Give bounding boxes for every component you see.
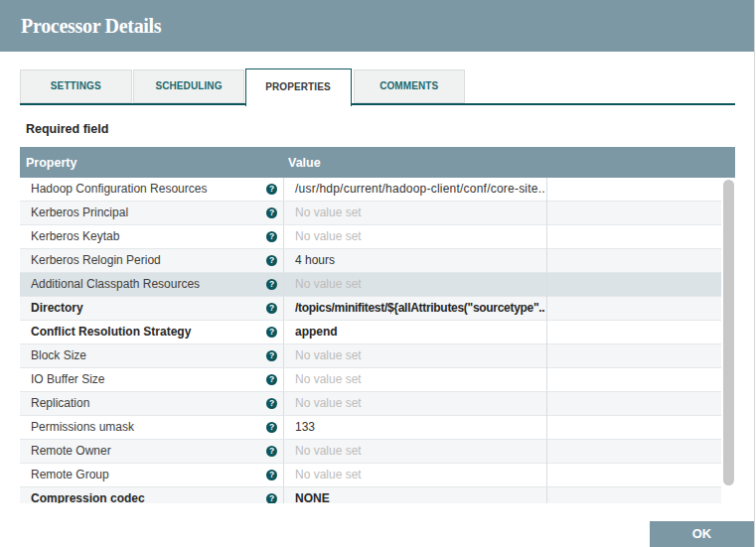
help-icon[interactable]: ? [266, 184, 277, 195]
tab-scheduling[interactable]: SCHEDULING [133, 69, 244, 103]
property-name: Additional Classpath Resources [31, 273, 255, 296]
property-name: Kerberos Principal [31, 202, 255, 224]
help-icon[interactable]: ? [266, 327, 277, 338]
property-value[interactable]: No value set [283, 368, 546, 391]
table-row[interactable]: Replication ? No value set [20, 392, 721, 416]
table-header-row: Property Value [20, 147, 735, 178]
property-name: Remote Owner [31, 440, 255, 463]
help-icon[interactable]: ? [266, 493, 277, 503]
table-row[interactable]: Remote Group ? No value set [20, 464, 721, 487]
property-value[interactable]: 133 [283, 416, 546, 439]
help-icon[interactable]: ? [266, 374, 277, 385]
help-icon[interactable]: ? [266, 207, 277, 218]
property-value[interactable]: 4 hours [283, 249, 546, 272]
table-row[interactable]: Kerberos Relogin Period ? 4 hours [20, 249, 721, 273]
help-icon[interactable]: ? [266, 350, 277, 361]
property-name: Permissions umask [31, 416, 255, 439]
help-icon[interactable]: ? [266, 303, 277, 314]
property-value[interactable]: No value set [283, 344, 546, 367]
dialog-title: Processor Details [21, 0, 161, 52]
row-filler [546, 202, 721, 225]
column-header-value: Value [288, 147, 321, 178]
property-name: Kerberos Keytab [31, 225, 255, 248]
help-icon[interactable]: ? [266, 446, 277, 457]
property-name: Directory [31, 297, 255, 320]
row-filler [546, 178, 721, 202]
row-filler [546, 368, 721, 392]
property-name: Conflict Resolution Strategy [31, 321, 255, 343]
table-viewport: Hadoop Configuration Resources ? /usr/hd… [20, 178, 735, 503]
help-icon[interactable]: ? [266, 422, 277, 433]
table-row[interactable]: Hadoop Configuration Resources ? /usr/hd… [20, 178, 721, 202]
tab-underline [20, 103, 735, 105]
properties-table: Property Value Hadoop Configuration Reso… [20, 147, 735, 503]
tab-settings[interactable]: SETTINGS [20, 69, 132, 103]
property-value[interactable]: No value set [283, 273, 546, 296]
table-row[interactable]: Conflict Resolution Strategy ? append [20, 321, 721, 344]
scrollbar-thumb[interactable] [723, 180, 734, 485]
row-filler [546, 464, 721, 487]
property-name: Hadoop Configuration Resources [31, 178, 255, 201]
table-row[interactable]: IO Buffer Size ? No value set [20, 368, 721, 392]
required-field-label: Required field [26, 122, 108, 136]
table-row[interactable]: Kerberos Keytab ? No value set [20, 225, 721, 249]
row-filler [546, 297, 721, 321]
property-name: Kerberos Relogin Period [31, 249, 255, 272]
row-filler [546, 225, 721, 249]
property-value[interactable]: NONE [283, 487, 546, 503]
table-row[interactable]: Kerberos Principal ? No value set [20, 202, 721, 225]
help-icon[interactable]: ? [266, 470, 277, 480]
property-value[interactable]: /usr/hdp/current/hadoop-client/conf/core… [283, 178, 546, 201]
property-value[interactable]: No value set [283, 440, 546, 463]
row-filler [546, 321, 721, 344]
help-icon[interactable]: ? [266, 255, 277, 266]
property-value[interactable]: append [283, 321, 546, 343]
tab-comments[interactable]: COMMENTS [354, 69, 466, 103]
row-filler [546, 440, 721, 464]
table-row[interactable]: Block Size ? No value set [20, 344, 721, 368]
property-value[interactable]: No value set [283, 392, 546, 415]
column-header-property: Property [26, 147, 76, 178]
row-filler [546, 392, 721, 416]
property-name: Replication [31, 392, 255, 415]
row-filler [546, 416, 721, 440]
property-name: IO Buffer Size [31, 368, 255, 391]
property-name: Compression codec [31, 487, 255, 503]
property-value[interactable]: No value set [283, 202, 546, 224]
dialog-header: Processor Details [0, 0, 754, 52]
help-icon[interactable]: ? [266, 231, 277, 242]
row-filler [546, 273, 721, 297]
tab-properties[interactable]: PROPERTIES [245, 68, 352, 106]
table-row-selected[interactable]: Additional Classpath Resources ? No valu… [20, 273, 721, 297]
table-row[interactable]: Remote Owner ? No value set [20, 440, 721, 464]
table-row[interactable]: Directory ? /topics/minifitest/${allAttr… [20, 297, 721, 321]
property-value[interactable]: /topics/minifitest/${allAttributes("sour… [283, 297, 546, 320]
row-filler [546, 344, 721, 368]
help-icon[interactable]: ? [266, 279, 277, 290]
table-row[interactable]: Permissions umask ? 133 [20, 416, 721, 440]
row-filler [546, 487, 721, 503]
processor-details-dialog: Processor Details SETTINGS SCHEDULING PR… [0, 0, 755, 547]
row-filler [546, 249, 721, 273]
ok-button[interactable]: OK [650, 521, 754, 547]
property-name: Block Size [31, 344, 255, 367]
table-row[interactable]: Compression codec ? NONE [20, 487, 721, 503]
property-name: Remote Group [31, 464, 255, 486]
property-value[interactable]: No value set [283, 225, 546, 248]
property-value[interactable]: No value set [283, 464, 546, 486]
help-icon[interactable]: ? [266, 398, 277, 409]
